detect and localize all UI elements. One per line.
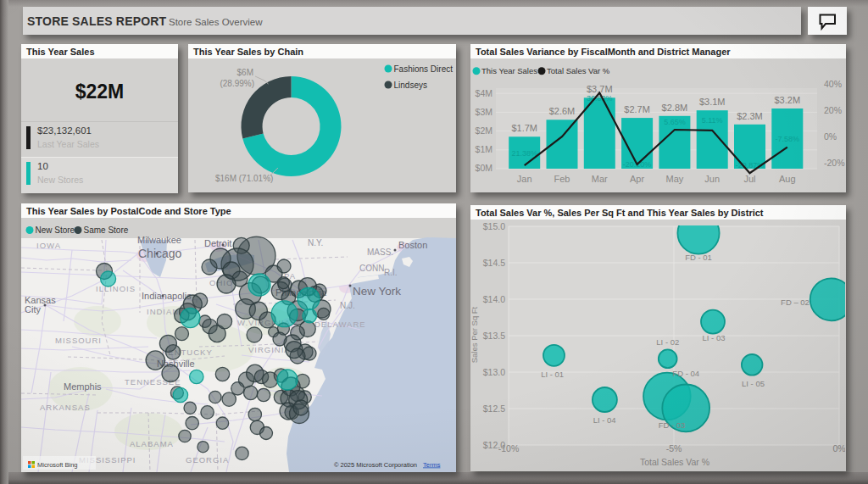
svg-text:-10%: -10% xyxy=(498,443,520,453)
svg-text:Boston: Boston xyxy=(398,240,427,250)
svg-text:Microsoft Bing: Microsoft Bing xyxy=(37,461,78,469)
svg-text:This Year Sales: This Year Sales xyxy=(481,66,537,75)
svg-text:Mar: Mar xyxy=(592,174,608,184)
svg-text:May: May xyxy=(666,174,684,184)
svg-text:Same Store: Same Store xyxy=(84,225,129,235)
svg-text:0%: 0% xyxy=(832,443,845,453)
svg-text:Sales Per Sq Ft: Sales Per Sq Ft xyxy=(470,306,479,363)
svg-text:$12.5: $12.5 xyxy=(483,403,505,414)
svg-text:MISSOURI: MISSOURI xyxy=(55,336,102,345)
svg-text:$2.7M: $2.7M xyxy=(624,104,650,114)
svg-text:Total Sales Var %: Total Sales Var % xyxy=(640,457,709,467)
svg-text:(28.99%): (28.99%) xyxy=(220,79,254,88)
svg-text:$13.0: $13.0 xyxy=(483,367,505,377)
svg-text:Fashions Direct: Fashions Direct xyxy=(394,64,453,74)
svg-text:Aug: Aug xyxy=(779,174,796,184)
svg-text:Feb: Feb xyxy=(554,174,570,184)
svg-text:ALABAMA: ALABAMA xyxy=(130,439,174,448)
svg-text:FD - 01: FD - 01 xyxy=(685,253,712,262)
svg-text:$0M: $0M xyxy=(476,163,492,173)
svg-text:Chicago: Chicago xyxy=(138,247,182,260)
svg-text:$16M (71.01%): $16M (71.01%) xyxy=(215,174,273,183)
svg-text:0%: 0% xyxy=(824,131,837,142)
svg-text:$6M: $6M xyxy=(237,68,253,77)
svg-text:FD - 03: FD - 03 xyxy=(659,420,686,430)
svg-text:-20%: -20% xyxy=(824,158,845,168)
svg-text:$14.5: $14.5 xyxy=(483,258,505,268)
svg-text:$2.8M: $2.8M xyxy=(662,103,688,113)
svg-text:ARKANSAS: ARKANSAS xyxy=(40,403,91,412)
svg-text:36.89%: 36.89% xyxy=(587,94,613,103)
svg-text:LI - 01: LI - 01 xyxy=(541,370,564,379)
svg-text:5.11%: 5.11% xyxy=(702,116,723,125)
svg-text:$13.5: $13.5 xyxy=(483,331,505,341)
svg-text:FD - 04: FD - 04 xyxy=(672,369,699,378)
svg-text:LI - 02: LI - 02 xyxy=(656,337,679,347)
svg-text:LI - 05: LI - 05 xyxy=(742,379,765,388)
svg-text:LI - 03: LI - 03 xyxy=(703,333,726,342)
svg-text:$14.0: $14.0 xyxy=(483,294,505,304)
svg-text:21.38%: 21.38% xyxy=(511,149,537,158)
svg-text:New Store: New Store xyxy=(36,225,75,235)
svg-text:Jun: Jun xyxy=(704,174,720,184)
svg-text:-7.58%: -7.58% xyxy=(776,135,800,143)
svg-text:$3M: $3M xyxy=(476,107,492,117)
svg-text:Apr: Apr xyxy=(630,174,644,184)
svg-text:New York: New York xyxy=(353,285,401,298)
svg-text:Total Sales Var %: Total Sales Var % xyxy=(547,66,610,75)
svg-text:$1.7M: $1.7M xyxy=(511,123,537,133)
svg-text:R.I.: R.I. xyxy=(384,268,398,277)
svg-text:Lindseys: Lindseys xyxy=(394,81,427,90)
svg-text:Memphis: Memphis xyxy=(64,381,102,392)
svg-text:20%: 20% xyxy=(824,105,842,115)
svg-text:Jul: Jul xyxy=(743,174,755,184)
svg-text:LI - 04: LI - 04 xyxy=(593,415,616,425)
svg-text:FD – 02: FD – 02 xyxy=(781,298,810,307)
svg-text:N.J.: N.J. xyxy=(340,301,355,310)
svg-text:Terms: Terms xyxy=(423,461,441,469)
svg-text:MASS.: MASS. xyxy=(367,248,393,257)
svg-text:Milwaukee: Milwaukee xyxy=(137,235,181,245)
svg-text:N.Y.: N.Y. xyxy=(308,238,323,248)
svg-text:Jan: Jan xyxy=(517,174,532,184)
svg-text:$2.6M: $2.6M xyxy=(549,106,576,116)
svg-text:5.65%: 5.65% xyxy=(664,118,686,126)
svg-text:IOWA: IOWA xyxy=(36,241,61,250)
svg-text:$3.2M: $3.2M xyxy=(775,95,801,105)
svg-text:Detroit: Detroit xyxy=(204,238,231,248)
svg-text:City: City xyxy=(25,304,41,314)
svg-text:© 2025 Microsoft Corporation: © 2025 Microsoft Corporation xyxy=(334,461,417,469)
svg-text:$2.3M: $2.3M xyxy=(737,111,763,121)
svg-text:ILLINOIS: ILLINOIS xyxy=(96,284,136,293)
svg-text:DELAWARE: DELAWARE xyxy=(314,320,366,329)
svg-text:$2M: $2M xyxy=(476,125,492,136)
svg-text:$3.1M: $3.1M xyxy=(699,97,726,107)
svg-text:-5%: -5% xyxy=(666,443,682,453)
svg-text:CONN: CONN xyxy=(359,264,384,273)
svg-text:40%: 40% xyxy=(824,79,842,89)
svg-text:$4M: $4M xyxy=(476,88,492,98)
svg-text:$15.0: $15.0 xyxy=(483,221,505,231)
svg-text:GEORGIA: GEORGIA xyxy=(186,455,229,465)
svg-text:$1M: $1M xyxy=(476,144,492,154)
